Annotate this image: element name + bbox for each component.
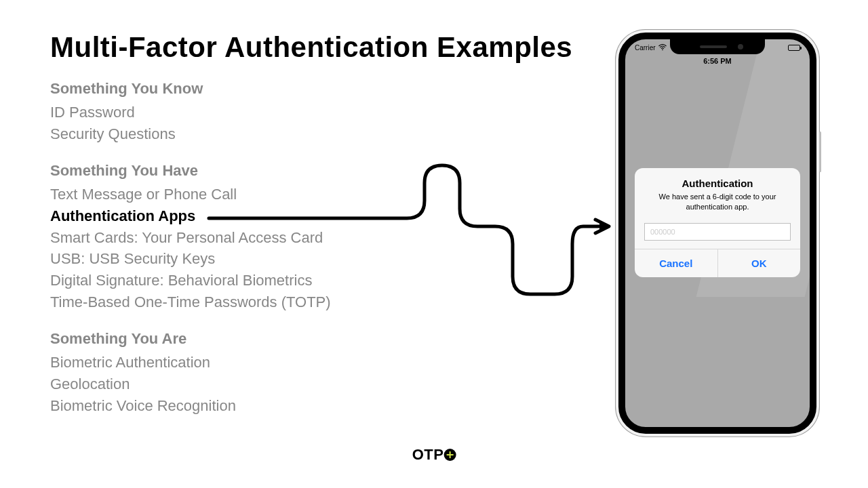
cancel-button[interactable]: Cancel	[635, 249, 717, 277]
carrier-label: Carrier	[635, 44, 656, 52]
footer-brand-text: OTP	[412, 446, 444, 464]
footer-logo: OTP	[412, 446, 456, 464]
list-item: Security Questions	[50, 123, 525, 145]
slide-root: Multi-Factor Authentication Examples Som…	[0, 0, 868, 488]
auth-dialog: Authentication We have sent a 6-digit co…	[635, 168, 800, 277]
phone-time: 6:56 PM	[625, 57, 810, 65]
dialog-message: We have sent a 6-digit code to your auth…	[644, 192, 791, 212]
svg-point-0	[662, 49, 663, 50]
list-item: Biometric Voice Recognition	[50, 395, 525, 417]
list-item: Biometric Authentication	[50, 352, 525, 373]
phone-notch	[670, 39, 765, 54]
list-item: ID Password	[50, 102, 525, 123]
slide-title: Multi-Factor Authentication Examples	[50, 31, 572, 64]
wifi-icon	[658, 44, 665, 51]
code-input[interactable]	[644, 223, 791, 241]
phone-side-button	[819, 131, 821, 172]
ok-button[interactable]: OK	[717, 249, 801, 277]
plus-icon	[443, 449, 456, 461]
phone-screen: Carrier 6:56 PM Authentication We have s…	[618, 33, 816, 434]
section-title-know: Something You Know	[50, 80, 525, 98]
battery-icon	[788, 45, 800, 51]
connector-arrow	[203, 163, 624, 312]
section-title-are: Something You Are	[50, 330, 525, 348]
phone-mockup: Carrier 6:56 PM Authentication We have s…	[616, 30, 819, 436]
list-item: Geolocation	[50, 373, 525, 395]
dialog-title: Authentication	[644, 178, 791, 189]
